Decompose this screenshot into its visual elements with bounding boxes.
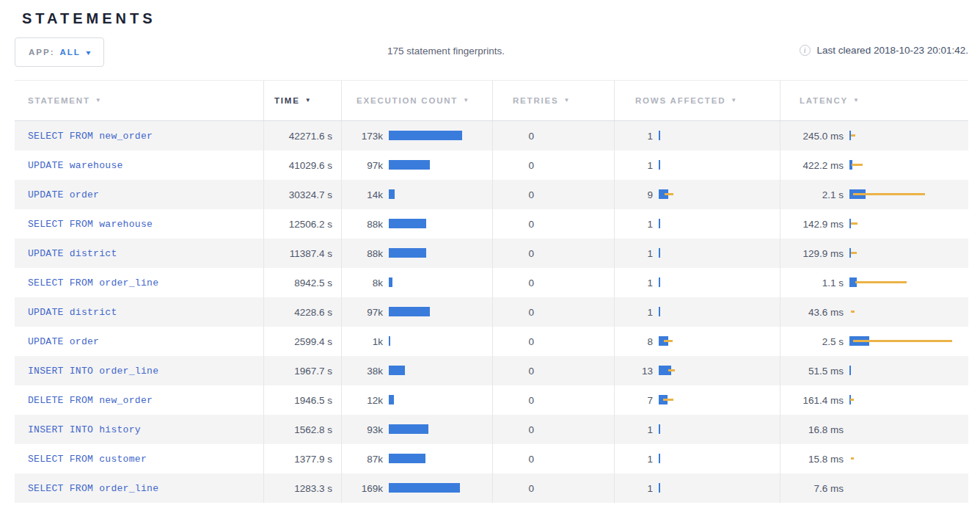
mean-bar xyxy=(659,160,660,170)
latency-cell: 51.5 ms xyxy=(780,356,968,385)
column-header-latency[interactable]: LATENCY ▼ xyxy=(780,81,968,120)
latency-bar xyxy=(849,336,968,346)
info-icon[interactable]: i xyxy=(800,45,811,56)
latency-value: 161.4 ms xyxy=(780,395,844,406)
statement-link[interactable]: DELETE FROM new_order xyxy=(28,395,153,406)
latency-value: 2.5 s xyxy=(780,336,844,347)
retries-cell: 0 xyxy=(493,268,615,297)
stddev-bar xyxy=(851,252,857,254)
statement-link[interactable]: SELECT FROM warehouse xyxy=(28,219,153,230)
rows-affected-bar xyxy=(659,189,780,200)
statement-link[interactable]: UPDATE warehouse xyxy=(28,160,123,171)
statement-link[interactable]: UPDATE district xyxy=(28,248,117,259)
column-header-rows-affected[interactable]: ROWS AFFECTED ▼ xyxy=(615,81,780,120)
mean-bar xyxy=(389,424,428,434)
retries-cell: 0 xyxy=(493,385,615,415)
latency-cell: 129.9 ms xyxy=(780,239,968,268)
execution-count-bar xyxy=(389,160,492,170)
rows-affected-cell: 1 xyxy=(615,473,780,503)
statement-link[interactable]: SELECT FROM new_order xyxy=(28,131,153,142)
latency-cell: 2.1 s xyxy=(780,180,968,209)
column-header-time[interactable]: TIME ▼ xyxy=(264,81,342,120)
execution-count-bar xyxy=(389,248,492,258)
latency-bar xyxy=(849,454,968,464)
statement-link[interactable]: SELECT FROM order_line xyxy=(28,277,158,289)
sort-desc-icon: ▼ xyxy=(731,97,738,104)
rows-affected-value: 1 xyxy=(615,131,653,142)
statement-link[interactable]: SELECT FROM customer xyxy=(28,454,147,465)
mean-bar xyxy=(659,131,660,140)
statement-cell: UPDATE order xyxy=(15,180,264,209)
retries-cell: 0 xyxy=(493,297,615,327)
table-row: SELECT FROM order_line 8942.5 s 8k 0 1 1… xyxy=(15,268,968,297)
execution-count-cell: 14k xyxy=(342,180,493,209)
rows-affected-cell: 1 xyxy=(615,150,780,180)
column-header-label: TIME xyxy=(274,96,300,105)
statement-link[interactable]: UPDATE order xyxy=(28,189,99,200)
latency-bar xyxy=(849,307,968,317)
stddev-bar xyxy=(850,399,854,401)
latency-bar xyxy=(849,395,968,405)
latency-cell: 245.0 ms xyxy=(780,121,968,150)
mean-bar xyxy=(389,219,426,228)
execution-count-bar xyxy=(389,277,492,288)
stddev-bar xyxy=(851,457,854,460)
statements-page: STATEMENTS APP: ALL ▾ 175 statement fing… xyxy=(0,0,980,503)
rows-affected-bar xyxy=(659,131,780,141)
app-filter-dropdown[interactable]: APP: ALL ▾ xyxy=(15,37,104,67)
rows-affected-cell: 1 xyxy=(615,239,780,268)
rows-affected-value: 1 xyxy=(615,483,653,494)
retries-cell: 0 xyxy=(493,444,615,473)
rows-affected-value: 9 xyxy=(615,189,653,200)
execution-count-bar xyxy=(389,424,492,435)
retries-cell: 0 xyxy=(493,180,615,209)
latency-cell: 16.8 ms xyxy=(780,415,968,444)
latency-cell: 2.5 s xyxy=(780,327,968,356)
mean-bar xyxy=(659,454,660,463)
latency-value: 142.9 ms xyxy=(780,219,844,230)
statement-link[interactable]: UPDATE order xyxy=(28,336,99,347)
rows-affected-value: 1 xyxy=(615,219,653,230)
retries-cell: 0 xyxy=(493,327,615,356)
latency-bar xyxy=(849,483,968,493)
statement-link[interactable]: INSERT INTO history xyxy=(28,424,141,435)
execution-count-bar xyxy=(389,366,492,376)
column-header-statement[interactable]: STATEMENT ▼ xyxy=(15,81,264,120)
statement-link[interactable]: UPDATE district xyxy=(28,307,117,318)
rows-affected-value: 1 xyxy=(615,277,653,289)
execution-count-bar xyxy=(389,131,492,141)
rows-affected-value: 1 xyxy=(615,160,653,171)
column-header-execution-count[interactable]: EXECUTION COUNT ▼ xyxy=(342,81,493,120)
execution-count-value: 14k xyxy=(342,189,383,200)
execution-count-value: 88k xyxy=(342,248,383,259)
sort-desc-icon: ▼ xyxy=(563,97,571,104)
latency-bar xyxy=(849,424,968,435)
time-cell: 1946.5 s xyxy=(264,385,342,415)
retries-value: 0 xyxy=(493,483,534,494)
statement-cell: SELECT FROM customer xyxy=(15,444,264,473)
retries-value: 0 xyxy=(493,307,534,318)
retries-cell: 0 xyxy=(493,473,615,503)
table-row: DELETE FROM new_order 1946.5 s 12k 0 7 1… xyxy=(15,385,968,415)
execution-count-cell: 1k xyxy=(342,327,493,356)
mean-bar xyxy=(389,248,426,258)
mean-bar xyxy=(389,160,430,170)
latency-cell: 1.1 s xyxy=(780,268,968,297)
execution-count-cell: 12k xyxy=(342,385,493,415)
execution-count-bar xyxy=(389,189,492,200)
statement-link[interactable]: INSERT INTO order_line xyxy=(28,366,158,377)
retries-cell: 0 xyxy=(493,356,615,385)
column-header-label: RETRIES xyxy=(513,96,558,105)
latency-cell: 161.4 ms xyxy=(780,385,968,415)
execution-count-cell: 8k xyxy=(342,268,493,297)
rows-affected-value: 1 xyxy=(615,307,653,318)
stddev-bar xyxy=(851,222,858,225)
column-header-retries[interactable]: RETRIES ▼ xyxy=(493,81,615,120)
time-cell: 11387.4 s xyxy=(264,239,342,268)
column-header-label: STATEMENT xyxy=(28,96,90,105)
latency-bar xyxy=(849,131,968,141)
table-row: INSERT INTO order_line 1967.7 s 38k 0 13… xyxy=(15,356,968,385)
time-cell: 1283.3 s xyxy=(264,473,342,503)
retries-value: 0 xyxy=(493,160,534,171)
statement-link[interactable]: SELECT FROM order_line xyxy=(28,483,158,494)
